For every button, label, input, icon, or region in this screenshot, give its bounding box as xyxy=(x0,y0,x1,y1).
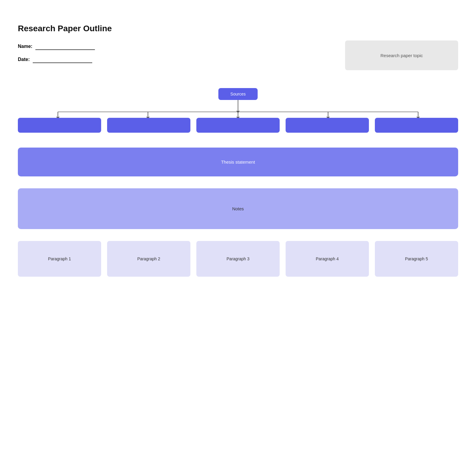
header-section: Name: Date: Research paper topic xyxy=(18,40,458,70)
thesis-label: Thesis statement xyxy=(221,159,255,165)
name-input[interactable] xyxy=(35,43,95,50)
date-label: Date: xyxy=(18,57,30,62)
paragraph-4-label: Paragraph 4 xyxy=(316,256,339,261)
thesis-box: Thesis statement xyxy=(18,148,458,176)
date-field-row: Date: xyxy=(18,56,95,63)
paragraph-5-label: Paragraph 5 xyxy=(405,256,428,261)
paragraph-box-3: Paragraph 3 xyxy=(196,241,280,277)
paragraph-box-5: Paragraph 5 xyxy=(375,241,458,277)
paragraph-1-label: Paragraph 1 xyxy=(48,256,71,261)
notes-box: Notes xyxy=(18,188,458,229)
name-label: Name: xyxy=(18,44,32,49)
source-child-3 xyxy=(196,118,280,133)
paragraph-box-4: Paragraph 4 xyxy=(286,241,369,277)
date-input[interactable] xyxy=(33,56,92,63)
page-title: Research Paper Outline xyxy=(18,24,458,33)
paragraph-3-label: Paragraph 3 xyxy=(226,256,249,261)
topic-box: Research paper topic xyxy=(345,40,458,70)
paragraph-2-label: Paragraph 2 xyxy=(137,256,160,261)
source-child-1 xyxy=(18,118,101,133)
source-children xyxy=(18,118,458,133)
paragraphs-row: Paragraph 1 Paragraph 2 Paragraph 3 Para… xyxy=(18,241,458,277)
source-child-5 xyxy=(375,118,458,133)
sources-section: Sources xyxy=(18,88,458,133)
name-date-section: Name: Date: xyxy=(18,40,95,63)
connector-lines xyxy=(18,100,458,118)
paragraph-box-2: Paragraph 2 xyxy=(107,241,190,277)
source-child-2 xyxy=(107,118,190,133)
notes-label: Notes xyxy=(232,206,244,211)
sources-node: Sources xyxy=(218,88,257,100)
paragraph-box-1: Paragraph 1 xyxy=(18,241,101,277)
topic-label: Research paper topic xyxy=(381,53,423,58)
sources-label: Sources xyxy=(230,92,245,96)
name-field-row: Name: xyxy=(18,43,95,50)
source-child-4 xyxy=(286,118,369,133)
